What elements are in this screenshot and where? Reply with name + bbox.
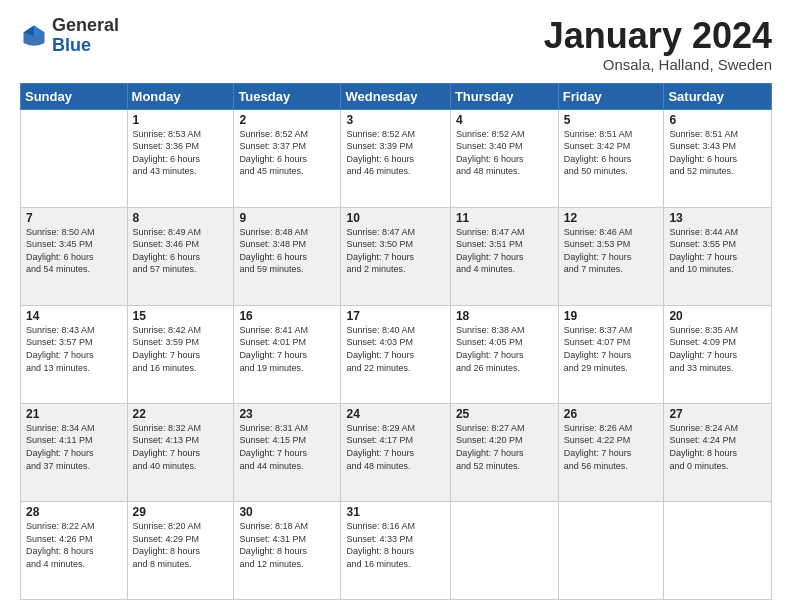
col-header-sunday: Sunday xyxy=(21,83,128,109)
day-number: 10 xyxy=(346,211,444,225)
day-info: Sunrise: 8:42 AMSunset: 3:59 PMDaylight:… xyxy=(133,324,229,374)
calendar-cell: 23Sunrise: 8:31 AMSunset: 4:15 PMDayligh… xyxy=(234,403,341,501)
day-info: Sunrise: 8:31 AMSunset: 4:15 PMDaylight:… xyxy=(239,422,335,472)
col-header-monday: Monday xyxy=(127,83,234,109)
calendar-week-row: 7Sunrise: 8:50 AMSunset: 3:45 PMDaylight… xyxy=(21,207,772,305)
day-info: Sunrise: 8:43 AMSunset: 3:57 PMDaylight:… xyxy=(26,324,122,374)
col-header-tuesday: Tuesday xyxy=(234,83,341,109)
calendar-cell: 6Sunrise: 8:51 AMSunset: 3:43 PMDaylight… xyxy=(664,109,772,207)
calendar-cell: 25Sunrise: 8:27 AMSunset: 4:20 PMDayligh… xyxy=(450,403,558,501)
day-info: Sunrise: 8:52 AMSunset: 3:40 PMDaylight:… xyxy=(456,128,553,178)
calendar-cell: 26Sunrise: 8:26 AMSunset: 4:22 PMDayligh… xyxy=(558,403,664,501)
day-info: Sunrise: 8:24 AMSunset: 4:24 PMDaylight:… xyxy=(669,422,766,472)
calendar-cell xyxy=(664,501,772,599)
day-number: 30 xyxy=(239,505,335,519)
day-info: Sunrise: 8:37 AMSunset: 4:07 PMDaylight:… xyxy=(564,324,659,374)
day-info: Sunrise: 8:46 AMSunset: 3:53 PMDaylight:… xyxy=(564,226,659,276)
calendar-cell: 5Sunrise: 8:51 AMSunset: 3:42 PMDaylight… xyxy=(558,109,664,207)
day-info: Sunrise: 8:52 AMSunset: 3:37 PMDaylight:… xyxy=(239,128,335,178)
calendar-cell: 13Sunrise: 8:44 AMSunset: 3:55 PMDayligh… xyxy=(664,207,772,305)
day-number: 14 xyxy=(26,309,122,323)
logo: General Blue xyxy=(20,16,119,56)
calendar-header-row: SundayMondayTuesdayWednesdayThursdayFrid… xyxy=(21,83,772,109)
day-number: 31 xyxy=(346,505,444,519)
calendar-cell: 21Sunrise: 8:34 AMSunset: 4:11 PMDayligh… xyxy=(21,403,128,501)
day-number: 28 xyxy=(26,505,122,519)
month-title: January 2024 xyxy=(544,16,772,56)
calendar-cell: 4Sunrise: 8:52 AMSunset: 3:40 PMDaylight… xyxy=(450,109,558,207)
day-number: 17 xyxy=(346,309,444,323)
calendar-cell: 29Sunrise: 8:20 AMSunset: 4:29 PMDayligh… xyxy=(127,501,234,599)
title-block: January 2024 Onsala, Halland, Sweden xyxy=(544,16,772,73)
calendar-cell: 30Sunrise: 8:18 AMSunset: 4:31 PMDayligh… xyxy=(234,501,341,599)
calendar-cell: 7Sunrise: 8:50 AMSunset: 3:45 PMDaylight… xyxy=(21,207,128,305)
page: General Blue January 2024 Onsala, Hallan… xyxy=(0,0,792,612)
day-info: Sunrise: 8:20 AMSunset: 4:29 PMDaylight:… xyxy=(133,520,229,570)
day-number: 24 xyxy=(346,407,444,421)
calendar-week-row: 21Sunrise: 8:34 AMSunset: 4:11 PMDayligh… xyxy=(21,403,772,501)
day-info: Sunrise: 8:35 AMSunset: 4:09 PMDaylight:… xyxy=(669,324,766,374)
day-number: 6 xyxy=(669,113,766,127)
calendar-cell: 15Sunrise: 8:42 AMSunset: 3:59 PMDayligh… xyxy=(127,305,234,403)
calendar-cell: 12Sunrise: 8:46 AMSunset: 3:53 PMDayligh… xyxy=(558,207,664,305)
calendar-cell: 8Sunrise: 8:49 AMSunset: 3:46 PMDaylight… xyxy=(127,207,234,305)
day-info: Sunrise: 8:38 AMSunset: 4:05 PMDaylight:… xyxy=(456,324,553,374)
day-info: Sunrise: 8:52 AMSunset: 3:39 PMDaylight:… xyxy=(346,128,444,178)
calendar-cell: 9Sunrise: 8:48 AMSunset: 3:48 PMDaylight… xyxy=(234,207,341,305)
col-header-wednesday: Wednesday xyxy=(341,83,450,109)
day-info: Sunrise: 8:22 AMSunset: 4:26 PMDaylight:… xyxy=(26,520,122,570)
header: General Blue January 2024 Onsala, Hallan… xyxy=(20,16,772,73)
day-number: 5 xyxy=(564,113,659,127)
day-info: Sunrise: 8:47 AMSunset: 3:51 PMDaylight:… xyxy=(456,226,553,276)
day-number: 9 xyxy=(239,211,335,225)
day-number: 22 xyxy=(133,407,229,421)
day-info: Sunrise: 8:40 AMSunset: 4:03 PMDaylight:… xyxy=(346,324,444,374)
day-number: 29 xyxy=(133,505,229,519)
day-info: Sunrise: 8:50 AMSunset: 3:45 PMDaylight:… xyxy=(26,226,122,276)
logo-line2: Blue xyxy=(52,36,119,56)
day-number: 4 xyxy=(456,113,553,127)
day-info: Sunrise: 8:16 AMSunset: 4:33 PMDaylight:… xyxy=(346,520,444,570)
calendar-cell: 31Sunrise: 8:16 AMSunset: 4:33 PMDayligh… xyxy=(341,501,450,599)
calendar-week-row: 28Sunrise: 8:22 AMSunset: 4:26 PMDayligh… xyxy=(21,501,772,599)
calendar-cell: 16Sunrise: 8:41 AMSunset: 4:01 PMDayligh… xyxy=(234,305,341,403)
calendar-cell: 10Sunrise: 8:47 AMSunset: 3:50 PMDayligh… xyxy=(341,207,450,305)
col-header-friday: Friday xyxy=(558,83,664,109)
day-number: 2 xyxy=(239,113,335,127)
logo-line1: General xyxy=(52,16,119,36)
calendar-cell: 14Sunrise: 8:43 AMSunset: 3:57 PMDayligh… xyxy=(21,305,128,403)
day-info: Sunrise: 8:29 AMSunset: 4:17 PMDaylight:… xyxy=(346,422,444,472)
day-info: Sunrise: 8:18 AMSunset: 4:31 PMDaylight:… xyxy=(239,520,335,570)
logo-text: General Blue xyxy=(52,16,119,56)
calendar-cell: 20Sunrise: 8:35 AMSunset: 4:09 PMDayligh… xyxy=(664,305,772,403)
calendar-cell: 19Sunrise: 8:37 AMSunset: 4:07 PMDayligh… xyxy=(558,305,664,403)
calendar-cell xyxy=(558,501,664,599)
day-number: 25 xyxy=(456,407,553,421)
day-info: Sunrise: 8:49 AMSunset: 3:46 PMDaylight:… xyxy=(133,226,229,276)
day-number: 16 xyxy=(239,309,335,323)
day-info: Sunrise: 8:32 AMSunset: 4:13 PMDaylight:… xyxy=(133,422,229,472)
day-info: Sunrise: 8:41 AMSunset: 4:01 PMDaylight:… xyxy=(239,324,335,374)
calendar-table: SundayMondayTuesdayWednesdayThursdayFrid… xyxy=(20,83,772,600)
day-number: 23 xyxy=(239,407,335,421)
logo-icon xyxy=(20,22,48,50)
day-info: Sunrise: 8:51 AMSunset: 3:43 PMDaylight:… xyxy=(669,128,766,178)
calendar-cell xyxy=(21,109,128,207)
calendar-cell: 28Sunrise: 8:22 AMSunset: 4:26 PMDayligh… xyxy=(21,501,128,599)
day-number: 18 xyxy=(456,309,553,323)
calendar-cell: 1Sunrise: 8:53 AMSunset: 3:36 PMDaylight… xyxy=(127,109,234,207)
day-info: Sunrise: 8:47 AMSunset: 3:50 PMDaylight:… xyxy=(346,226,444,276)
calendar-week-row: 1Sunrise: 8:53 AMSunset: 3:36 PMDaylight… xyxy=(21,109,772,207)
calendar-cell: 18Sunrise: 8:38 AMSunset: 4:05 PMDayligh… xyxy=(450,305,558,403)
day-info: Sunrise: 8:26 AMSunset: 4:22 PMDaylight:… xyxy=(564,422,659,472)
day-number: 19 xyxy=(564,309,659,323)
day-number: 8 xyxy=(133,211,229,225)
calendar-cell: 24Sunrise: 8:29 AMSunset: 4:17 PMDayligh… xyxy=(341,403,450,501)
calendar-cell: 27Sunrise: 8:24 AMSunset: 4:24 PMDayligh… xyxy=(664,403,772,501)
day-number: 11 xyxy=(456,211,553,225)
day-number: 12 xyxy=(564,211,659,225)
calendar-cell: 2Sunrise: 8:52 AMSunset: 3:37 PMDaylight… xyxy=(234,109,341,207)
day-number: 1 xyxy=(133,113,229,127)
day-number: 3 xyxy=(346,113,444,127)
day-number: 15 xyxy=(133,309,229,323)
